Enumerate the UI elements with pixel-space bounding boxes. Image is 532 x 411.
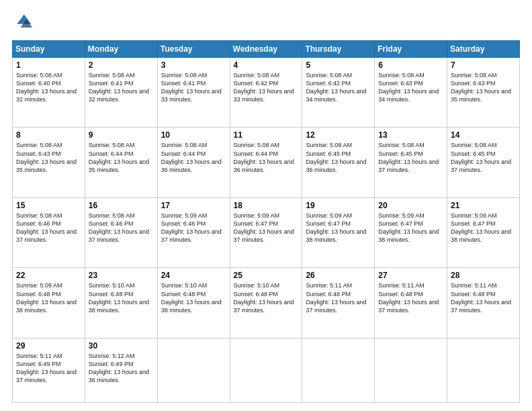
cell-info: Sunrise: 5:08 AMSunset: 6:44 PMDaylight:… (89, 142, 149, 173)
cell-info: Sunrise: 5:08 AMSunset: 6:45 PMDaylight:… (306, 142, 366, 173)
day-number: 29 (16, 341, 81, 351)
calendar-cell: 15Sunrise: 5:08 AMSunset: 6:46 PMDayligh… (13, 197, 85, 267)
day-number: 20 (378, 201, 443, 210)
day-number: 13 (378, 130, 443, 140)
calendar-week-4: 22Sunrise: 5:09 AMSunset: 6:48 PMDayligh… (13, 268, 520, 338)
col-header-saturday: Saturday (447, 41, 520, 58)
cell-info: Sunrise: 5:08 AMSunset: 6:40 PMDaylight:… (16, 72, 77, 103)
cell-info: Sunrise: 5:08 AMSunset: 6:43 PMDaylight:… (378, 72, 439, 103)
calendar-cell (375, 338, 447, 402)
cell-info: Sunrise: 5:08 AMSunset: 6:44 PMDaylight:… (161, 142, 222, 173)
day-number: 9 (89, 130, 154, 140)
day-number: 19 (306, 201, 371, 210)
cell-info: Sunrise: 5:08 AMSunset: 6:41 PMDaylight:… (89, 72, 149, 103)
col-header-friday: Friday (375, 41, 447, 58)
cell-info: Sunrise: 5:08 AMSunset: 6:45 PMDaylight:… (451, 142, 511, 173)
calendar-cell: 6Sunrise: 5:08 AMSunset: 6:43 PMDaylight… (375, 58, 447, 128)
day-number: 7 (451, 60, 516, 70)
calendar-cell: 13Sunrise: 5:08 AMSunset: 6:45 PMDayligh… (375, 128, 447, 197)
calendar-cell: 11Sunrise: 5:08 AMSunset: 6:44 PMDayligh… (230, 128, 302, 197)
day-number: 4 (234, 60, 299, 70)
logo (12, 12, 36, 34)
day-number: 15 (16, 201, 81, 210)
day-number: 5 (306, 60, 371, 70)
calendar-cell: 2Sunrise: 5:08 AMSunset: 6:41 PMDaylight… (85, 58, 157, 128)
calendar-cell: 3Sunrise: 5:08 AMSunset: 6:41 PMDaylight… (157, 58, 230, 128)
calendar-cell (157, 338, 230, 402)
day-number: 6 (378, 60, 443, 70)
calendar-cell (302, 338, 375, 402)
calendar-cell: 9Sunrise: 5:08 AMSunset: 6:44 PMDaylight… (85, 128, 157, 197)
cell-info: Sunrise: 5:08 AMSunset: 6:43 PMDaylight:… (16, 142, 77, 173)
calendar-cell: 29Sunrise: 5:11 AMSunset: 6:49 PMDayligh… (13, 338, 85, 402)
cell-info: Sunrise: 5:08 AMSunset: 6:42 PMDaylight:… (306, 72, 366, 103)
calendar-week-2: 8Sunrise: 5:08 AMSunset: 6:43 PMDaylight… (13, 128, 520, 197)
day-number: 26 (306, 271, 371, 280)
calendar-cell: 20Sunrise: 5:09 AMSunset: 6:47 PMDayligh… (375, 197, 447, 267)
calendar-cell: 30Sunrise: 5:12 AMSunset: 6:49 PMDayligh… (85, 338, 157, 402)
calendar-cell: 19Sunrise: 5:09 AMSunset: 6:47 PMDayligh… (302, 197, 375, 267)
cell-info: Sunrise: 5:10 AMSunset: 6:48 PMDaylight:… (89, 282, 149, 313)
day-number: 30 (89, 341, 154, 351)
col-header-thursday: Thursday (302, 41, 375, 58)
calendar-week-5: 29Sunrise: 5:11 AMSunset: 6:49 PMDayligh… (13, 338, 520, 402)
calendar-cell: 25Sunrise: 5:10 AMSunset: 6:48 PMDayligh… (230, 268, 302, 338)
day-number: 14 (451, 130, 516, 140)
cell-info: Sunrise: 5:12 AMSunset: 6:49 PMDaylight:… (89, 353, 149, 383)
calendar-cell: 1Sunrise: 5:08 AMSunset: 6:40 PMDaylight… (13, 58, 85, 128)
calendar-cell: 27Sunrise: 5:11 AMSunset: 6:48 PMDayligh… (375, 268, 447, 338)
cell-info: Sunrise: 5:08 AMSunset: 6:43 PMDaylight:… (451, 72, 511, 103)
header (12, 12, 520, 34)
cell-info: Sunrise: 5:08 AMSunset: 6:42 PMDaylight:… (234, 72, 294, 103)
calendar-cell: 4Sunrise: 5:08 AMSunset: 6:42 PMDaylight… (230, 58, 302, 128)
day-number: 22 (16, 271, 81, 280)
cell-info: Sunrise: 5:11 AMSunset: 6:48 PMDaylight:… (451, 282, 511, 313)
col-header-sunday: Sunday (13, 41, 85, 58)
day-number: 24 (161, 271, 226, 280)
calendar-cell: 22Sunrise: 5:09 AMSunset: 6:48 PMDayligh… (13, 268, 85, 338)
calendar-cell: 28Sunrise: 5:11 AMSunset: 6:48 PMDayligh… (447, 268, 520, 338)
cell-info: Sunrise: 5:11 AMSunset: 6:49 PMDaylight:… (16, 353, 77, 383)
day-number: 16 (89, 201, 154, 210)
cell-info: Sunrise: 5:09 AMSunset: 6:47 PMDaylight:… (234, 212, 294, 243)
col-header-wednesday: Wednesday (230, 41, 302, 58)
calendar-week-1: 1Sunrise: 5:08 AMSunset: 6:40 PMDaylight… (13, 58, 520, 128)
day-number: 28 (451, 271, 516, 280)
cell-info: Sunrise: 5:08 AMSunset: 6:46 PMDaylight:… (89, 212, 149, 243)
calendar-cell: 16Sunrise: 5:08 AMSunset: 6:46 PMDayligh… (85, 197, 157, 267)
cell-info: Sunrise: 5:11 AMSunset: 6:48 PMDaylight:… (378, 282, 439, 313)
day-number: 3 (161, 60, 226, 70)
calendar-cell (230, 338, 302, 402)
calendar-cell: 24Sunrise: 5:10 AMSunset: 6:48 PMDayligh… (157, 268, 230, 338)
logo-icon (12, 12, 34, 34)
calendar-cell: 21Sunrise: 5:09 AMSunset: 6:47 PMDayligh… (447, 197, 520, 267)
day-number: 8 (16, 130, 81, 140)
calendar-cell: 10Sunrise: 5:08 AMSunset: 6:44 PMDayligh… (157, 128, 230, 197)
day-number: 12 (306, 130, 371, 140)
page: SundayMondayTuesdayWednesdayThursdayFrid… (0, 0, 532, 411)
cell-info: Sunrise: 5:09 AMSunset: 6:47 PMDaylight:… (378, 212, 439, 243)
calendar-cell: 18Sunrise: 5:09 AMSunset: 6:47 PMDayligh… (230, 197, 302, 267)
calendar-header-row: SundayMondayTuesdayWednesdayThursdayFrid… (13, 41, 520, 58)
calendar-cell: 5Sunrise: 5:08 AMSunset: 6:42 PMDaylight… (302, 58, 375, 128)
calendar-cell: 7Sunrise: 5:08 AMSunset: 6:43 PMDaylight… (447, 58, 520, 128)
day-number: 17 (161, 201, 226, 210)
day-number: 1 (16, 60, 81, 70)
calendar-cell: 17Sunrise: 5:09 AMSunset: 6:46 PMDayligh… (157, 197, 230, 267)
cell-info: Sunrise: 5:11 AMSunset: 6:48 PMDaylight:… (306, 282, 366, 313)
col-header-monday: Monday (85, 41, 157, 58)
cell-info: Sunrise: 5:10 AMSunset: 6:48 PMDaylight:… (161, 282, 222, 313)
cell-info: Sunrise: 5:08 AMSunset: 6:46 PMDaylight:… (16, 212, 77, 243)
calendar-cell: 23Sunrise: 5:10 AMSunset: 6:48 PMDayligh… (85, 268, 157, 338)
calendar-cell: 26Sunrise: 5:11 AMSunset: 6:48 PMDayligh… (302, 268, 375, 338)
day-number: 27 (378, 271, 443, 280)
day-number: 23 (89, 271, 154, 280)
day-number: 21 (451, 201, 516, 210)
cell-info: Sunrise: 5:10 AMSunset: 6:48 PMDaylight:… (234, 282, 294, 313)
cell-info: Sunrise: 5:09 AMSunset: 6:47 PMDaylight:… (306, 212, 366, 243)
calendar-table: SundayMondayTuesdayWednesdayThursdayFrid… (12, 40, 520, 403)
day-number: 11 (234, 130, 299, 140)
calendar-cell: 12Sunrise: 5:08 AMSunset: 6:45 PMDayligh… (302, 128, 375, 197)
cell-info: Sunrise: 5:08 AMSunset: 6:44 PMDaylight:… (234, 142, 294, 173)
calendar-cell: 14Sunrise: 5:08 AMSunset: 6:45 PMDayligh… (447, 128, 520, 197)
